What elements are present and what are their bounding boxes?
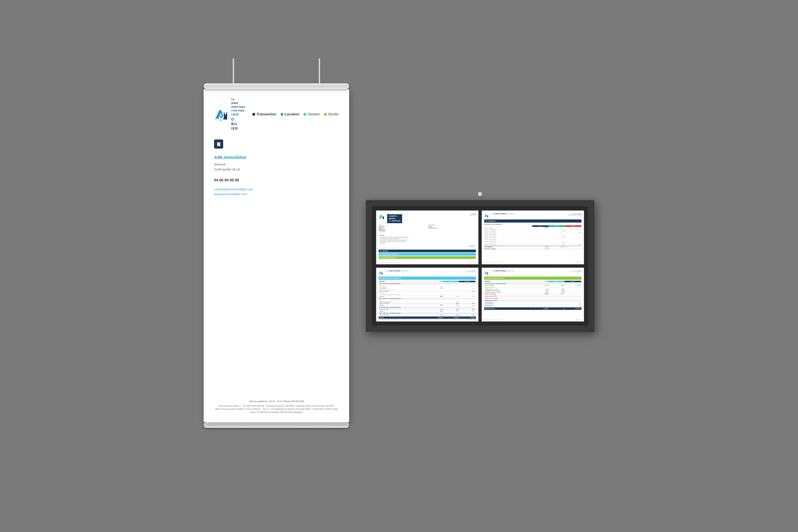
page2-row7-charges [565, 239, 582, 240]
page4-footer-line [482, 318, 584, 319]
page2-row7-credit [549, 239, 565, 240]
nav-transaction: Transaction [252, 112, 276, 116]
company-info: AMI.Immobilier Adresse Code postal VILLE… [214, 155, 339, 196]
page2-row5-sdsd [533, 236, 549, 237]
scene: Le point entre nous c'est vous IMM O BIL… [0, 0, 798, 532]
page2-totals-row: TOTAUX GÉNÉRAUX 20 000,00 € +13 000,00 € [484, 246, 582, 248]
page3-p3-subtotal: Sous total 840,00 € 844,00 € 876,00 € [379, 310, 476, 312]
page1-logo [379, 213, 386, 220]
page2-row-8: 8 - Adresse - Code postal VILLE [484, 241, 582, 242]
page3-property4-header: B.LOT - DPE : FAE - Locataire Nom Prénom [379, 312, 476, 314]
page3-p1-alloc-label: Allocations (Apl - Non disponible) - Réc… [379, 289, 427, 290]
page3-p1-charge-label: Loyer - Charges n°2 [379, 288, 427, 289]
frame-container: Votre COMPTERENDUde GESTION Fait à Ville… [366, 200, 594, 332]
page3-compte-rendu: COMPTE RENDU [388, 270, 401, 272]
page3-p3-subtotal-r: 876,00 € [459, 310, 475, 311]
logo-area: Le point entre nous c'est vous IMM O BIL… [214, 97, 245, 131]
page4-travaux-nondeduc-header: Travaux non déductibles [484, 295, 582, 297]
nav-gestion-label: Gestion [308, 112, 320, 116]
nav-syndic-label: Syndic [328, 112, 339, 116]
page2-compte-rendu: COMPTE RENDU [494, 213, 507, 214]
page4-travaux-row1-o: 480,00 € [549, 289, 565, 290]
page4-col-ordonn: Ordonnan. [548, 281, 565, 282]
page3-p1-subtotal: Sous total 120,00 € 376,00 € 376,20 € [379, 295, 476, 297]
svg-point-0 [217, 117, 219, 119]
poster-container: Le point entre nous c'est vous IMM O BIL… [204, 83, 349, 428]
page3-p1-loyer-imp [443, 286, 459, 287]
svg-point-5 [382, 218, 382, 219]
page4-syndic-row1: SYNDICO NIMES 2/E 0,€ [484, 302, 582, 303]
page1-letter-body: Nous vous prions de trouver votre relevé… [380, 236, 475, 244]
page2-row-6: 6 - Adresse - Code postal VILLE 800,00 € [484, 237, 582, 239]
page1-section-01: 01. Synthèse [379, 250, 476, 252]
page4-nondeduc-subtotal-m [533, 298, 549, 299]
page4-travaux-subtotal: TOTAUX travaux déductibles 20 000,00 € 2… [484, 293, 582, 295]
page2-solde-ch [565, 248, 582, 249]
page3-p1-subtotal-label: Sous total [379, 296, 427, 297]
page3-title-area: Votre COMPTE RENDU de GESTION [386, 270, 464, 272]
page2-page-num: Page - 2 sur 4 [575, 262, 582, 263]
page3-property1-header: B.LOT - DPE : FAB - Locataire Nom Prénom [379, 283, 476, 285]
page3-p1-charge-row: Loyer - Charges n°2 20,00 € 880,00 € [379, 288, 476, 289]
page4-syndic-subtotal-label: TOTAUX Syndicales [485, 305, 533, 306]
page2-table-title: RÉCAPITULATIF DES OPÉRATIONS [484, 224, 582, 225]
page3-p2-subtotal-m: 500,00 € [427, 305, 443, 306]
page4-syndic-row2-s: 0,€ [565, 303, 581, 304]
page3-p1-loyer-label: Loyer - Charges n°1 [379, 286, 427, 287]
page3-report-row: REPORT -3 804,00 € +11 375,00 € 1 376,20… [379, 317, 476, 319]
page4-travaux-row3-o: 400,00 € [549, 291, 565, 292]
page3-p1-subtotal-imp: 376,00 € [443, 296, 459, 297]
company-address: Adresse Code postal VILLE [214, 162, 339, 172]
svg-point-11 [381, 274, 381, 274]
page3-date-info: Période: Mars 2023 Référence client: 000… [466, 270, 476, 272]
page2-row8-charges [565, 241, 582, 242]
page4-p1-row1-label: Échéance du 01/03/2022 [485, 285, 533, 286]
page4-section-header: 03. Mouvements travaux [484, 277, 582, 280]
page2-row4-charges [565, 234, 582, 235]
page3-reference: Référence client: 00000000 [466, 271, 476, 272]
page2-row-total-credit [549, 227, 566, 228]
page3-p2-subtotal: Sous total 500,00 € 844,00 € 880,00 € [379, 304, 476, 306]
page2-footer-text: AMI Immobilier - Copyright 2023 - Tous d… [483, 262, 504, 263]
page4-syndic-row2-o [549, 303, 565, 304]
page4-travaux-row3-m: 400,00 € [533, 291, 549, 292]
page4-travaux-row2-label: EA PLOMBERIE - Réparation Robinetterie [485, 290, 533, 291]
page3-p1-echeance-label: Échéance du 01/03/2022 [379, 291, 427, 292]
page3-p2-echeance-m [427, 303, 443, 304]
page4-travaux-subtotal-label: TOTAUX travaux déductibles [485, 293, 533, 294]
page3-p1-honos-imp [443, 294, 459, 295]
nav-location-label: Location [285, 112, 300, 116]
nav-gestion: Gestion [303, 112, 320, 116]
page2-row-10: 10 - Adresse - Code postal VILLE 5 000,0… [484, 244, 582, 245]
page3-footer-text: AMI Immobilier - Copyright 2023 - Tous d… [378, 319, 398, 320]
page4-p1-row1-s: 7 000,00 € [565, 285, 581, 286]
page2-row7-sdsd [533, 239, 549, 240]
page1-proprietaire-label: Propriétaire [428, 225, 476, 226]
page2-votre: Votre [492, 213, 494, 214]
page1-letter: Monsieur, Nous vous prions de trouver vo… [379, 233, 476, 248]
page4-syndic-row1-m [533, 302, 549, 303]
page4-travaux-row3-label: QUELQUE - Remplacement Fenêtre Entrée [485, 291, 533, 292]
page2-table-rows: Report au : 00/00/2023 1 90 950,00 € 1 -… [484, 227, 582, 245]
contact-icon: 📋 [214, 139, 223, 149]
page3-p1-echeance-m [427, 291, 443, 292]
page4-syndic-subtotal-o: 0 € [549, 305, 565, 306]
page4-footer-text: AMI Immobilier - Copyright 2023 - Tous d… [483, 319, 504, 320]
document-page-2: Votre COMPTE RENDU de GESTION Période: M… [482, 210, 584, 264]
page3-p1-loyer-row: Loyer - Charges n°1 20,00 € [379, 286, 476, 288]
page3-p1-charge-rev: 880,00 € [459, 288, 475, 289]
page1-owner-city: Code postal VILLE [428, 227, 476, 229]
page4-travaux-subtotal-m: 20 000,00 € [533, 293, 549, 294]
page4-travaux-row1: BOLIMBE - Raculement sur Intérieur 480,0… [484, 288, 582, 290]
page2-solde-c [549, 248, 565, 249]
page1-salutation: Monsieur, [380, 235, 475, 236]
page4-gestion: GESTION [508, 270, 515, 272]
page3-p3-echeance-r: 880,00 € [459, 309, 475, 310]
page2-row8-sdsd [533, 241, 549, 242]
page2-table-headers: S.D.S.D Crédit Charges [484, 225, 582, 227]
page4-syndic-row1-label: SYNDICO NIMES 2/E [485, 302, 533, 303]
page3-col-montant: Montant [427, 281, 443, 282]
poster-contact-icon-row: 📋 [214, 139, 339, 149]
page3-p4-echeance-label: Échéance du 01/03/2022 [379, 315, 427, 316]
poster-footer: SAS au capital de 7 622 € - R.C.S Nîmes … [214, 395, 339, 414]
